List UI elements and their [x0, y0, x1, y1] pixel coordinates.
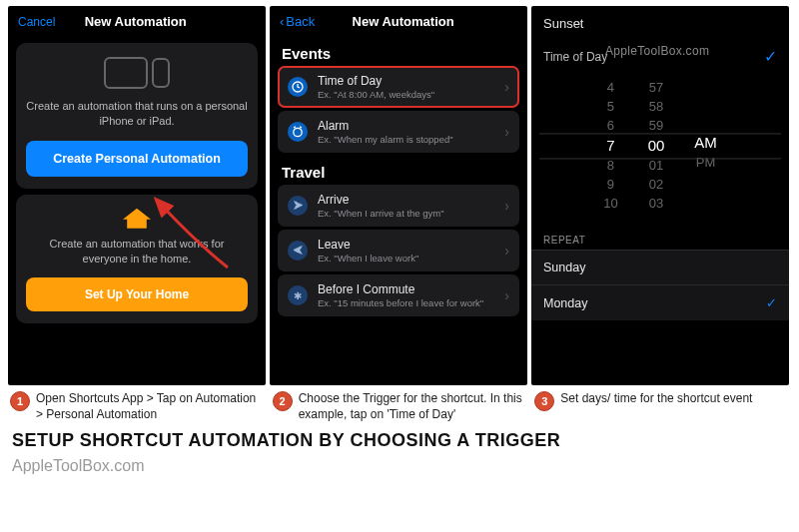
tutorial-title: SETUP SHORTCUT AUTOMATION BY CHOOSING A … [0, 422, 799, 453]
sunset-option[interactable]: Sunset [543, 16, 777, 31]
svg-point-1 [294, 128, 302, 136]
arrive-icon: ⮞ [288, 196, 308, 216]
caption-3: 3 Set days/ time for the shortcut event [534, 391, 789, 422]
create-personal-automation-button[interactable]: Create Personal Automation [26, 141, 248, 177]
personal-automation-card: Create an automation that runs on a pers… [16, 43, 258, 189]
home-card-desc: Create an automation that works for ever… [26, 237, 248, 266]
caption-2: 2 Choose the Trigger for the shortcut. I… [273, 391, 527, 422]
checkmark-icon: ✓ [764, 47, 777, 66]
trigger-arrive[interactable]: ⮞ ArriveEx. "When I arrive at the gym" › [278, 185, 519, 227]
screen-2-trigger-list: ‹ Back New Automation Events Time of Day… [270, 6, 527, 385]
leave-icon: ⮜ [288, 241, 308, 261]
step-badge-3: 3 [534, 391, 554, 411]
events-header: Events [270, 37, 527, 66]
minute-column[interactable]: 575859 00 010203 [648, 80, 665, 211]
clock-icon [288, 77, 308, 97]
screen2-title: New Automation [289, 14, 517, 29]
alarm-icon [288, 122, 308, 142]
chevron-left-icon: ‹ [280, 14, 284, 29]
setup-home-button[interactable]: Set Up Your Home [26, 277, 248, 311]
site-credit: AppleToolBox.com [0, 453, 799, 475]
home-automation-card: Create an automation that works for ever… [16, 195, 258, 324]
cancel-button[interactable]: Cancel [18, 15, 55, 29]
repeat-monday[interactable]: Monday ✓ [531, 284, 789, 320]
step-badge-2: 2 [273, 391, 293, 411]
screen-1-new-automation: Cancel New Automation Create an automati… [8, 6, 266, 385]
commute-icon: ✱ [288, 285, 308, 305]
ampm-column[interactable]: AM PM [694, 134, 717, 211]
chevron-right-icon: › [504, 79, 509, 95]
hour-column[interactable]: 456 7 8910 [603, 80, 617, 211]
trigger-before-commute[interactable]: ✱ Before I CommuteEx. "15 minutes before… [278, 274, 519, 316]
time-of-day-option[interactable]: Time of Day ✓ [543, 41, 777, 72]
travel-header: Travel [270, 156, 527, 185]
personal-card-desc: Create an automation that runs on a pers… [26, 99, 248, 129]
trigger-alarm[interactable]: AlarmEx. "When my alarm is stopped" › [278, 111, 519, 153]
caption-1: 1 Open Shortcuts App > Tap on Automation… [10, 391, 265, 422]
time-picker[interactable]: 456 7 8910 575859 00 010203 AM PM [531, 74, 789, 221]
chevron-right-icon: › [504, 287, 509, 303]
screen-3-time-settings: Sunset Time of Day ✓ AppleToolBox.com 45… [531, 6, 789, 385]
checkmark-icon: ✓ [766, 295, 777, 310]
repeat-sunday[interactable]: Sunday [531, 250, 789, 284]
chevron-right-icon: › [504, 198, 509, 214]
chevron-right-icon: › [504, 124, 509, 140]
trigger-time-of-day[interactable]: Time of DayEx. "At 8:00 AM, weekdays" › [278, 66, 519, 108]
chevron-right-icon: › [504, 243, 509, 259]
devices-icon [26, 57, 248, 89]
step-badge-1: 1 [10, 391, 30, 411]
repeat-label: REPEAT [531, 221, 789, 250]
trigger-leave[interactable]: ⮜ LeaveEx. "When I leave work" › [278, 230, 519, 271]
screen1-title: New Automation [85, 14, 187, 29]
home-icon [123, 209, 151, 229]
